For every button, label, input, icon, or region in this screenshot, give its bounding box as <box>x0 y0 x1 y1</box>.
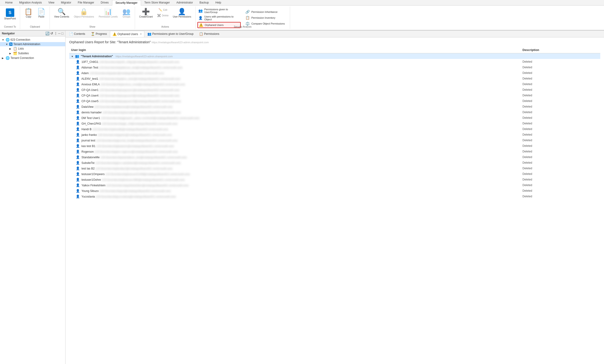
groups-button[interactable]: 👥 Groups <box>120 8 132 19</box>
lists-icon: 📋 <box>13 47 17 50</box>
tab-orphaned-users[interactable]: ⚠️ Orphaned Users ✕ <box>110 31 144 37</box>
table-row[interactable]: 👤 Yucoslavia (i:0#.f|membership|yucoslav… <box>69 194 600 199</box>
tab-term-store-manager[interactable]: Term Store Manager <box>141 0 173 5</box>
nav-item-subsites[interactable]: ▶ 🗂️ Subsites <box>0 51 65 56</box>
table-row[interactable]: 👤 Young Sibuzo (i:0#.f|membership|ysi@me… <box>69 188 600 194</box>
tab-help[interactable]: Help <box>212 0 225 5</box>
nav-options-icon[interactable]: ⋮ <box>54 32 57 35</box>
user-icon: 👤 <box>76 99 80 103</box>
expand-lists[interactable]: ▶ <box>9 48 12 50</box>
tab-backup[interactable]: Backup <box>196 0 212 5</box>
tab-permissions[interactable]: 📋 Permissions <box>197 31 222 37</box>
table-row[interactable]: 👤 StandaloneMe (i:0#.f|membership|standa… <box>69 154 600 160</box>
nav-item-tenant-connection[interactable]: ▶ 🌐 Tenant Connection <box>0 56 65 60</box>
table-row[interactable]: 👤 DataView (i:0#.f|membership|dataview@m… <box>69 104 600 109</box>
ribbon-body: S SharePoint Connect To 📋 Copy 📄 Paste C… <box>0 6 604 30</box>
user-login-cell: 👤 StandaloneMe (i:0#.f|membership|standa… <box>69 154 521 160</box>
users-with-permissions-button[interactable]: 👤 Users with permissions to Object <box>197 15 241 21</box>
sharepoint-button[interactable]: S SharePoint <box>2 8 18 21</box>
table-row[interactable]: 👤 Rogerson (i:0#.f|membership|jmo-rogers… <box>69 149 600 154</box>
table-row[interactable]: 👤 Adam (i:0#.f|membership|adam@metalogso… <box>69 70 600 76</box>
user-desc-cell: Deleted <box>521 87 601 93</box>
table-row[interactable]: 👤 journal test (i:0#.f|membership|journa… <box>69 137 600 143</box>
view-contents-button[interactable]: 🔍 View Contents <box>52 8 71 19</box>
permission-inheritance-button[interactable]: 🔗 Permission Inheritance <box>244 9 288 14</box>
table-row[interactable]: 👤 10F7_Ch8G1 (i:0#.f|membership|10f_ch8g… <box>69 59 600 64</box>
object-permissions-button[interactable]: 🔒 Object Permissions <box>72 8 96 19</box>
site-group-row[interactable]: ▼ 👥 "Tenant Administration" https://meta… <box>69 53 600 59</box>
nav-item-lists[interactable]: ▶ 📋 Lists <box>0 46 65 51</box>
table-row[interactable]: 👤 DM Test User1 (i:0#.f|membership|gjmpa… <box>69 115 600 121</box>
expand-tenant-conn[interactable]: ▶ <box>2 57 5 59</box>
navigator-title: Navigator <box>2 32 15 35</box>
table-row[interactable]: 👤 Anxious EMLA (i:0#.f|membership|anxiou… <box>69 81 600 87</box>
user-icon: 👤 <box>76 77 80 80</box>
show-label: Show <box>89 24 95 28</box>
user-login-text: 10F7_Ch8G1 (i:0#.f|membership|10f_ch8g1@… <box>81 60 179 64</box>
table-row[interactable]: 👤 testuser1Oohre (i:0#.f|membership|test… <box>69 177 600 182</box>
user-permissions-button[interactable]: 👤 User Permissions <box>171 8 193 19</box>
table-row[interactable]: 👤 kas test B1 (i:0#.f|membership|kastest… <box>69 143 600 149</box>
table-row[interactable]: 👤 Yaikov Finkelshtein (i:0#.f|membership… <box>69 182 600 188</box>
nav-maximize-icon[interactable]: □ <box>62 32 63 35</box>
paste-button[interactable]: 📄 Paste <box>35 8 47 19</box>
permissions-given-tab-label: Permissions given to User/Group <box>152 32 193 36</box>
table-row[interactable]: 👤 SubsiteTst (i:0#.f|membership|jmo-subs… <box>69 160 600 166</box>
tab-administrator[interactable]: Administrator <box>173 0 196 5</box>
table-row[interactable]: 👤 Handi B (i:0#.f|membership|handib@meta… <box>69 126 600 132</box>
permission-levels-button[interactable]: 📊 Permission Levels <box>97 8 120 19</box>
edit-button[interactable]: ✏️ Edit <box>156 8 170 12</box>
nav-item-623-connection[interactable]: ▼ 🌐 623 Connection <box>0 37 65 42</box>
expand-623[interactable]: ▼ <box>2 38 5 41</box>
tab-migrator[interactable]: Migrator <box>58 0 75 5</box>
user-login-cell: 👤 Yucoslavia (i:0#.f|membership|yucoslav… <box>69 194 521 199</box>
tab-view[interactable]: View <box>45 0 58 5</box>
table-row[interactable]: 👤 dennis hamader (i:0#.f|membership|hama… <box>69 109 600 115</box>
user-icon: 👤 <box>76 183 80 187</box>
table-row[interactable]: 👤 GH_Chen1PAS (i:0#.f|membership|gh_sl4@… <box>69 121 600 126</box>
user-icon: 👤 <box>76 155 80 159</box>
table-row[interactable]: 👤 CP-QA User5 (i:0#.f|membership|cpqause… <box>69 98 600 104</box>
tab-file-manager[interactable]: File Manager <box>75 0 98 5</box>
table-row[interactable]: 👤 janko franko (i:0#.f|membership|janko@… <box>69 132 600 137</box>
nav-refresh-icon[interactable]: ↺ <box>50 32 53 35</box>
clipboard-label: Clipboard <box>30 24 40 28</box>
user-login-cell: 👤 10F7_Ch8G1 (i:0#.f|membership|10f_ch8g… <box>69 59 521 64</box>
expand-subsites[interactable]: ▶ <box>9 52 12 55</box>
nav-minimize-icon[interactable]: ─ <box>58 32 61 35</box>
user-desc-cell: Deleted <box>521 115 601 121</box>
table-row[interactable]: 👤 testuser1Ompeers (i:0#.f|membership|te… <box>69 171 600 177</box>
user-desc-cell: Deleted <box>521 143 601 149</box>
delete-button[interactable]: ✖️ Delete <box>156 13 170 18</box>
nav-item-tenant-admin[interactable]: ▼ S Tenant Administration <box>0 42 65 46</box>
content-area: 📄 Contents ⏳ Progress ⚠️ Orphaned Users … <box>65 31 604 364</box>
tab-contents[interactable]: 📄 Contents <box>66 31 88 37</box>
tab-security-manager[interactable]: Security Manager <box>112 0 141 6</box>
nav-sync-icon[interactable]: 🔄 <box>45 32 49 35</box>
navigator-header-icons: 🔄 ↺ ⋮ ─ □ <box>45 32 63 35</box>
user-desc-cell: Deleted <box>521 104 601 109</box>
site-expand-icon[interactable]: ▼ <box>71 55 74 58</box>
permission-inventory-button[interactable]: 📋 Permission Inventory <box>244 15 288 20</box>
tab-migration-analysis[interactable]: Migration Analysis <box>16 0 45 5</box>
create-grant-button[interactable]: ➕ Create/Grant <box>137 8 155 19</box>
user-login-text: SubsiteTst (i:0#.f|membership|jmo-subsit… <box>81 161 181 165</box>
tab-progress[interactable]: ⏳ Progress <box>88 31 110 37</box>
actions-label: Actions <box>161 24 169 28</box>
ribbon: Home Migration Analysis View Migrator Fi… <box>0 0 604 31</box>
user-icon: 👤 <box>76 65 80 69</box>
view-contents-icon: 🔍 <box>58 8 66 15</box>
table-row[interactable]: 👤 CP-QA User1 (i:0#.f|membership|cpqause… <box>69 87 600 93</box>
user-login-text: Yucoslavia (i:0#.f|membership|yucoslavia… <box>81 195 176 198</box>
tab-permissions-given[interactable]: 👥 Permissions given to User/Group <box>145 31 196 37</box>
table-row[interactable]: 👤 test las B2 (i:0#.f|membership|testlas… <box>69 166 600 171</box>
tab-drives[interactable]: Drives <box>98 0 112 5</box>
permissions-given-to-user-group-button[interactable]: 👥 Permissions given to User/Group <box>197 8 241 14</box>
table-row[interactable]: 👤 ALENV_test1 (i:0#.f|membership|alenv_t… <box>69 76 600 81</box>
expand-tenant[interactable]: ▼ <box>6 43 8 46</box>
table-row[interactable]: 👤 CP-QA User4 (i:0#.f|membership|cpqause… <box>69 93 600 98</box>
orphaned-users-close-btn[interactable]: ✕ <box>140 33 142 35</box>
copy-button[interactable]: 📋 Copy <box>23 8 34 19</box>
table-row[interactable]: 👤 Aldsman Test (i:0#.f|membership|aldsma… <box>69 64 600 70</box>
tab-home[interactable]: Home <box>2 0 16 5</box>
